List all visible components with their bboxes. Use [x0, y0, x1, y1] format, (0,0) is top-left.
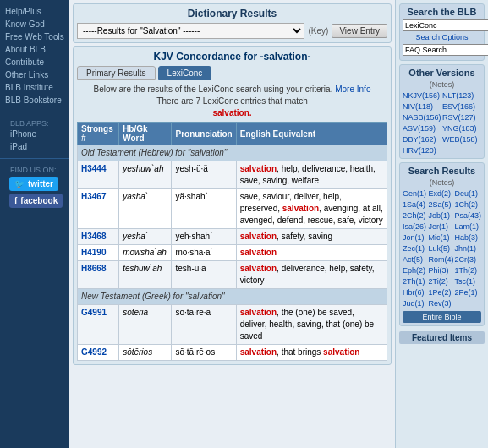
pronunciation-0: yesh-ü·ä	[172, 161, 236, 189]
lexiconc-input-row: ▶ ?	[403, 19, 481, 31]
search-options-link[interactable]: Search Options	[403, 33, 481, 41]
dict-results-row: -----Results for "Salvation" ------ (Key…	[77, 23, 387, 39]
strongs-h4190[interactable]: H4190	[81, 248, 106, 257]
strongs-g4992[interactable]: G4992	[81, 347, 107, 357]
sidebar-link-blbbookstore[interactable]: BLB Bookstore	[0, 94, 69, 107]
version-yng[interactable]: YNG(183)	[442, 123, 481, 134]
table-row: G4991 sōtēria sō·tā·rē·ä salvation, the …	[78, 305, 387, 345]
more-info-link[interactable]: More Info	[335, 85, 370, 94]
sr-2pe1[interactable]: 2Pe(1)	[454, 287, 481, 298]
strongs-h3444[interactable]: H3444	[81, 164, 106, 173]
sr-zec1[interactable]: Zec(1)	[403, 243, 427, 254]
sr-rom4[interactable]: Rom(4)	[428, 254, 453, 265]
sr-deu1[interactable]: Deu(1)	[454, 188, 481, 199]
version-dby[interactable]: DBY(162)	[403, 134, 441, 145]
version-niv[interactable]: NIV(118)	[403, 101, 441, 112]
sr-2sa5[interactable]: 2Sa(5)	[428, 199, 453, 210]
strongs-h3468[interactable]: H3468	[81, 232, 106, 241]
faq-input[interactable]	[403, 44, 488, 56]
sr-psa43[interactable]: Psa(43)	[454, 210, 481, 221]
sr-tsc1[interactable]: Tsc(1)	[454, 276, 481, 287]
sr-lam1[interactable]: Lam(1)	[454, 221, 481, 232]
sidebar-link-help[interactable]: Help/Plus	[0, 5, 69, 18]
pronunciation-nt1: sō·tā·rē·os	[172, 345, 236, 361]
sr-2ti2[interactable]: 2Ti(2)	[428, 276, 453, 287]
sidebar-link-iphone[interactable]: iPhone	[5, 128, 64, 140]
sr-phi3[interactable]: Phi(3)	[428, 265, 453, 276]
strongs-h3467[interactable]: H3467	[81, 192, 106, 201]
sr-luk5[interactable]: Luk(5)	[428, 243, 453, 254]
sr-mic1[interactable]: Mic(1)	[428, 232, 453, 243]
sr-isa26[interactable]: Isa(26)	[403, 221, 427, 232]
sr-2ch2[interactable]: 2Ch(2)	[403, 210, 427, 221]
version-esv[interactable]: ESV(166)	[442, 101, 481, 112]
sr-jhn1[interactable]: Jhn(1)	[454, 243, 481, 254]
find-us-label: Find Us On:	[5, 161, 62, 176]
left-sidebar: Help/Plus Know God Free Web Tools About …	[0, 0, 69, 448]
facebook-button[interactable]: f facebook	[9, 194, 63, 208]
sr-rev3[interactable]: Rev(3)	[428, 298, 453, 309]
twitter-button[interactable]: 🐦 twitter	[9, 177, 58, 191]
dict-select[interactable]: -----Results for "Salvation" ------	[77, 23, 304, 39]
sidebar-link-ipad[interactable]: iPad	[5, 140, 64, 153]
version-nkjv[interactable]: NKJV(156)	[403, 90, 441, 101]
version-nasb[interactable]: NASB(156)	[403, 112, 441, 123]
table-body: Old Testament (Hebrew) for "salvation" H…	[78, 145, 387, 361]
sidebar-link-aboutblb[interactable]: About BLB	[0, 43, 69, 56]
dictionary-results-box: Dictionary Results -----Results for "Sal…	[73, 3, 392, 43]
sr-2th1[interactable]: 2Th(1)	[403, 276, 427, 287]
other-versions-box: Other Versions (Notes) NKJV(156) NLT(123…	[399, 64, 485, 159]
sr-eph2[interactable]: Eph(2)	[403, 265, 427, 276]
social-section: Find Us On: 🐦 twitter f facebook	[0, 162, 69, 212]
dict-results-title: Dictionary Results	[77, 8, 387, 19]
view-entry-button[interactable]: View Entry	[332, 24, 387, 38]
apps-label: BLB Apps:	[5, 114, 54, 129]
tab-lexiconc[interactable]: LexiConc	[158, 66, 212, 80]
version-web[interactable]: WEB(158)	[442, 134, 481, 145]
version-rsv[interactable]: RSV(127)	[442, 112, 481, 123]
sr-act5[interactable]: Act(5)	[403, 254, 427, 265]
sr-exd2[interactable]: Exd(2)	[428, 188, 453, 199]
search-results-box: Search Results (Notes) Gen(1) Exd(2) Deu…	[399, 162, 485, 326]
col-english: English Equivalent	[236, 123, 387, 145]
sidebar-link-otherlinks[interactable]: Other Links	[0, 68, 69, 81]
english-3: salvation	[236, 245, 387, 261]
sr-1sa4[interactable]: 1Sa(4)	[403, 199, 427, 210]
version-nlt[interactable]: NLT(123)	[442, 90, 481, 101]
heb-word-4: teshuw`ah	[119, 261, 172, 289]
sr-jud1[interactable]: Jud(1)	[403, 298, 427, 309]
strongs-h8668[interactable]: H8668	[81, 264, 106, 273]
nt-section-header: New Testament (Greek) for "salvation"	[78, 289, 387, 305]
gk-word-0: sōtēria	[119, 305, 172, 345]
english-0: salvation, help, deliverance, health, sa…	[236, 161, 387, 189]
strongs-g4991[interactable]: G4991	[81, 308, 107, 317]
sidebar-link-freewebtools[interactable]: Free Web Tools	[0, 30, 69, 43]
sidebar-link-blbinstitute[interactable]: BLB Institute	[0, 81, 69, 94]
version-asv[interactable]: ASV(159)	[403, 123, 441, 134]
sr-jer1[interactable]: Jer(1)	[428, 221, 453, 232]
version-hrv[interactable]: HRV(120)	[403, 145, 441, 156]
sr-1pe2[interactable]: 1Pe(2)	[428, 287, 453, 298]
english-4: salvation, deliverance, help, safety, vi…	[236, 261, 387, 289]
sr-job1[interactable]: Job(1)	[428, 210, 453, 221]
concordance-table: Strongs # Hb/Gk Word Pronunciation Engli…	[77, 122, 387, 361]
entire-bible-button[interactable]: Entire Bible	[403, 311, 481, 323]
sidebar-link-contribute[interactable]: Contribute	[0, 56, 69, 68]
sr-2cr3[interactable]: 2Cr(3)	[454, 254, 481, 265]
table-row: H3444 yeshuw`ah yesh-ü·ä salvation, help…	[78, 161, 387, 189]
table-row: H8668 teshuw`ah tesh-ü·ä salvation, deli…	[78, 261, 387, 289]
sidebar-link-knowgod[interactable]: Know God	[0, 18, 69, 30]
sr-1ch2[interactable]: 1Ch(2)	[454, 199, 481, 210]
table-header-row: Strongs # Hb/Gk Word Pronunciation Engli…	[78, 123, 387, 145]
entry-count-text: There are 7 LexiConc entries that match	[156, 96, 307, 106]
search-results-title: Search Results	[403, 166, 481, 176]
tab-primary-results[interactable]: Primary Results	[77, 66, 156, 80]
table-row: H3468 yesha` yeh·shah` salvation, safety…	[78, 229, 387, 245]
sr-hbr6[interactable]: Hbr(6)	[403, 287, 427, 298]
sr-1th2[interactable]: 1Th(2)	[454, 265, 481, 276]
sr-hab3[interactable]: Hab(3)	[454, 232, 481, 243]
faq-input-row: ▶ ?	[403, 44, 481, 56]
sr-gen1[interactable]: Gen(1)	[403, 188, 427, 199]
sr-jon1[interactable]: Jon(1)	[403, 232, 427, 243]
lexiconc-input[interactable]	[403, 19, 488, 31]
